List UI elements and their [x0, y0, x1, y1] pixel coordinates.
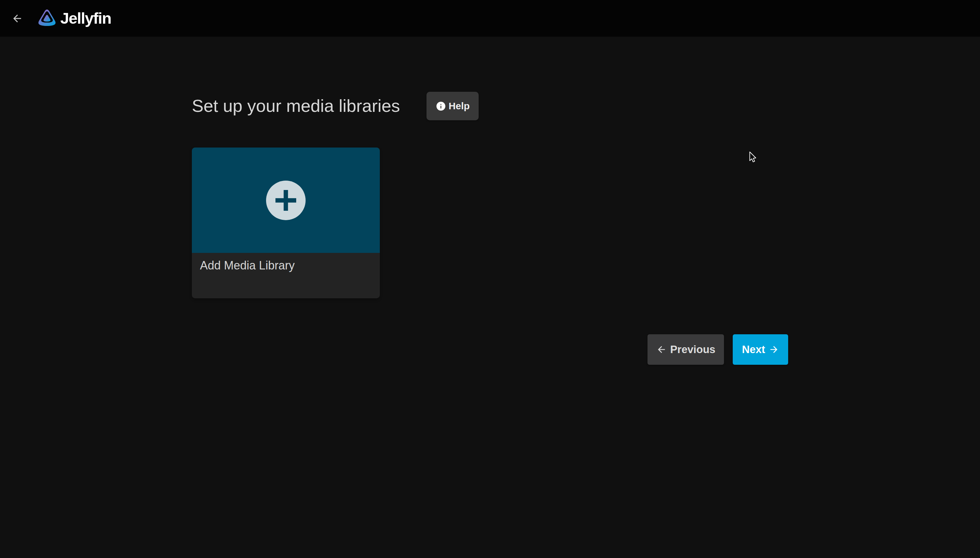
card-image-area [192, 148, 380, 253]
plus-icon [275, 190, 296, 211]
add-library-card[interactable]: Add Media Library [192, 148, 380, 298]
arrow-left-icon [656, 344, 667, 355]
info-icon [435, 101, 446, 112]
card-label-bar: Add Media Library [192, 253, 380, 298]
app-title: Jellyfin [60, 10, 111, 26]
wizard-content: Set up your media libraries Help Add Med… [192, 37, 788, 365]
help-button[interactable]: Help [427, 92, 479, 120]
previous-button-label: Previous [670, 343, 715, 356]
jellyfin-logo-icon [37, 9, 57, 28]
heading-row: Set up your media libraries Help [192, 92, 788, 120]
app-header: Jellyfin [0, 0, 980, 37]
library-grid: Add Media Library [192, 148, 788, 298]
add-library-circle [266, 181, 306, 220]
back-arrow-icon [11, 13, 23, 24]
previous-button[interactable]: Previous [648, 334, 724, 365]
wizard-nav: Previous Next [192, 334, 788, 365]
next-button[interactable]: Next [733, 334, 788, 365]
page-title: Set up your media libraries [192, 96, 400, 115]
help-button-label: Help [448, 100, 470, 112]
jellyfin-logo: Jellyfin [37, 9, 111, 28]
arrow-right-icon [769, 344, 779, 355]
page: { "app": { "name": "Jellyfin" }, "wizard… [0, 0, 980, 558]
card-label: Add Media Library [200, 259, 294, 272]
back-button[interactable] [6, 0, 28, 37]
next-button-label: Next [742, 343, 765, 356]
